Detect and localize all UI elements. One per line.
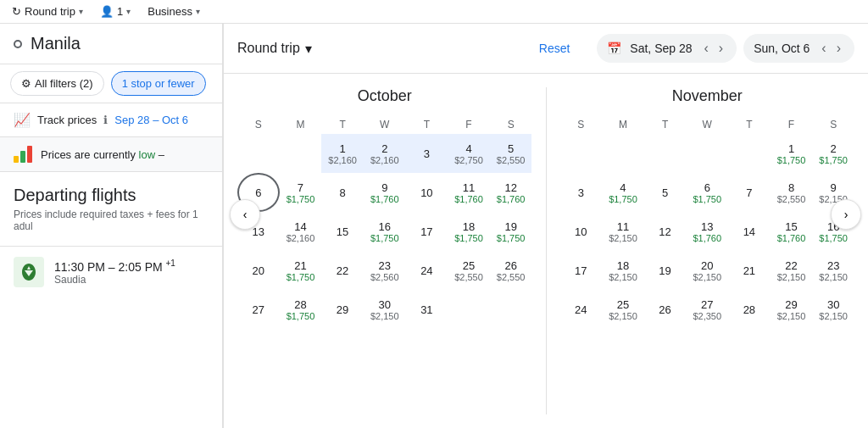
cabin-selector[interactable]: Business ▾ xyxy=(142,3,205,19)
bar-mid xyxy=(20,151,25,163)
calendar-day[interactable]: 5$2,550 xyxy=(490,134,532,173)
day-number: 1 xyxy=(788,142,794,155)
calendar-trip-type[interactable]: Round trip ▾ xyxy=(237,41,312,57)
track-info-icon[interactable]: ℹ xyxy=(103,114,108,126)
calendar-day[interactable]: 29 xyxy=(321,290,364,329)
calendar-day[interactable]: 8 xyxy=(321,173,364,212)
calendar-day[interactable]: 25$2,150 xyxy=(602,290,644,329)
date-to-prev[interactable]: ‹ xyxy=(818,39,829,58)
day-number: 8 xyxy=(788,181,794,194)
day-price: $2,150 xyxy=(609,272,637,282)
calendar-day[interactable]: 3 xyxy=(406,134,448,173)
calendar-day[interactable]: 29$2,150 xyxy=(771,290,813,329)
calendar-day[interactable]: 24 xyxy=(560,290,603,329)
calendar-day[interactable]: 4$2,750 xyxy=(448,134,490,173)
flight-airline: Saudia xyxy=(54,274,175,286)
day-price: $1,760 xyxy=(777,233,806,243)
filters-row: ⚙ All filters (2) 1 stop or fewer xyxy=(0,64,222,103)
calendar-day[interactable]: 27$2,350 xyxy=(686,290,728,329)
calendar-day[interactable]: 15$1,760 xyxy=(771,212,813,251)
bar-high xyxy=(27,146,32,163)
calendar-day[interactable]: 4$1,750 xyxy=(602,173,644,212)
calendar-day[interactable]: 19$1,750 xyxy=(490,212,532,251)
calendar-day[interactable]: 31 xyxy=(406,290,448,329)
calendar-day[interactable]: 27 xyxy=(237,290,280,329)
calendar-day[interactable]: 13$1,760 xyxy=(686,212,728,251)
day-price: $2,550 xyxy=(454,272,483,282)
calendar-day[interactable]: 1$2,160 xyxy=(321,134,364,173)
calendar-day[interactable]: 10 xyxy=(560,212,603,251)
calendar-day[interactable]: 28 xyxy=(728,290,771,329)
calendar-day[interactable]: 21 xyxy=(728,251,771,290)
date-from-next[interactable]: › xyxy=(715,39,726,58)
calendar-day[interactable]: 20$2,150 xyxy=(686,251,728,290)
day-number: 23 xyxy=(827,259,839,272)
calendar-day[interactable]: 26 xyxy=(644,290,687,329)
calendar-day[interactable]: 30$2,150 xyxy=(812,290,854,329)
calendar-day[interactable]: 8$2,550 xyxy=(771,173,813,212)
calendar-day[interactable]: 23$2,150 xyxy=(812,251,854,290)
november-calendar: November SMTWTFS1$1,7502$1,75034$1,75056… xyxy=(547,81,869,421)
calendar-day[interactable]: 26$2,550 xyxy=(490,251,532,290)
flight-item[interactable]: 11:30 PM – 2:05 PM +1 Saudia xyxy=(0,246,222,297)
calendar-day[interactable]: 3 xyxy=(560,173,603,212)
calendar-day[interactable]: 14$2,160 xyxy=(280,212,322,251)
day-number: 15 xyxy=(337,225,348,238)
calendar-trip-chevron: ▾ xyxy=(305,41,312,57)
stop-filter-button[interactable]: 1 stop or fewer xyxy=(111,71,206,96)
day-number: 19 xyxy=(504,220,516,233)
calendar-day[interactable]: 12$1,760 xyxy=(490,173,532,212)
day-price: $2,350 xyxy=(693,311,721,321)
calendar-prev-button[interactable]: ‹ xyxy=(230,199,260,230)
calendar-day[interactable]: 12 xyxy=(644,212,687,251)
calendar-day[interactable]: 17 xyxy=(406,212,448,251)
day-number: 12 xyxy=(504,181,516,194)
day-number: 25 xyxy=(463,259,475,272)
all-filters-label: All filters (2) xyxy=(35,77,93,90)
reset-button[interactable]: Reset xyxy=(539,42,570,55)
calendar-day[interactable]: 22 xyxy=(321,251,364,290)
calendar-day[interactable]: 1$1,750 xyxy=(771,134,813,173)
calendar-day[interactable]: 23$2,560 xyxy=(364,251,406,290)
date-to-next[interactable]: › xyxy=(833,39,844,58)
passengers-selector[interactable]: 👤 1 ▾ xyxy=(95,3,136,19)
calendar-day[interactable]: 2$2,160 xyxy=(364,134,406,173)
day-price: $1,750 xyxy=(819,155,848,165)
calendar-day[interactable]: 21$1,750 xyxy=(280,251,322,290)
day-price: $2,160 xyxy=(287,233,315,243)
calendar-day[interactable]: 18$1,750 xyxy=(448,212,490,251)
day-header: S xyxy=(237,115,280,134)
calendar-day[interactable]: 14 xyxy=(728,212,771,251)
calendar-day[interactable]: 18$2,150 xyxy=(602,251,644,290)
calendar-day[interactable]: 22$2,150 xyxy=(771,251,813,290)
calendar-next-button[interactable]: › xyxy=(831,199,861,230)
calendar-day[interactable]: 20 xyxy=(237,251,280,290)
calendar-day[interactable]: 17 xyxy=(560,251,603,290)
calendar-day[interactable]: 2$1,750 xyxy=(812,134,854,173)
calendar-day[interactable]: 11$2,150 xyxy=(602,212,644,251)
calendar-day[interactable]: 9$1,760 xyxy=(364,173,406,212)
date-from-prev[interactable]: ‹ xyxy=(701,39,712,58)
trip-type-selector[interactable]: ↻ Round trip ▾ xyxy=(7,3,88,19)
calendar-day[interactable]: 16$1,750 xyxy=(364,212,406,251)
day-header: T xyxy=(728,115,771,134)
day-header: W xyxy=(686,115,728,134)
trip-type-chevron: ▾ xyxy=(79,7,83,16)
day-price: $2,150 xyxy=(609,311,637,321)
calendar-day[interactable]: 15 xyxy=(321,212,364,251)
calendar-day[interactable]: 10 xyxy=(406,173,448,212)
all-filters-button[interactable]: ⚙ All filters (2) xyxy=(10,71,104,96)
calendar-day[interactable]: 19 xyxy=(644,251,687,290)
calendar-day[interactable]: 7$1,750 xyxy=(280,173,322,212)
calendar-day[interactable]: 24 xyxy=(406,251,448,290)
calendar-day[interactable]: 25$2,550 xyxy=(448,251,490,290)
october-calendar: October SMTWTFS1$2,1602$2,16034$2,7505$2… xyxy=(224,81,546,421)
calendar-day[interactable]: 11$1,760 xyxy=(448,173,490,212)
day-number: 6 xyxy=(704,181,710,194)
day-number: 11 xyxy=(617,220,629,233)
calendar-day[interactable]: 7 xyxy=(728,173,771,212)
calendar-day[interactable]: 30$2,150 xyxy=(364,290,406,329)
calendar-day[interactable]: 6$1,750 xyxy=(686,173,728,212)
calendar-day[interactable]: 5 xyxy=(644,173,687,212)
calendar-day[interactable]: 28$1,750 xyxy=(280,290,322,329)
